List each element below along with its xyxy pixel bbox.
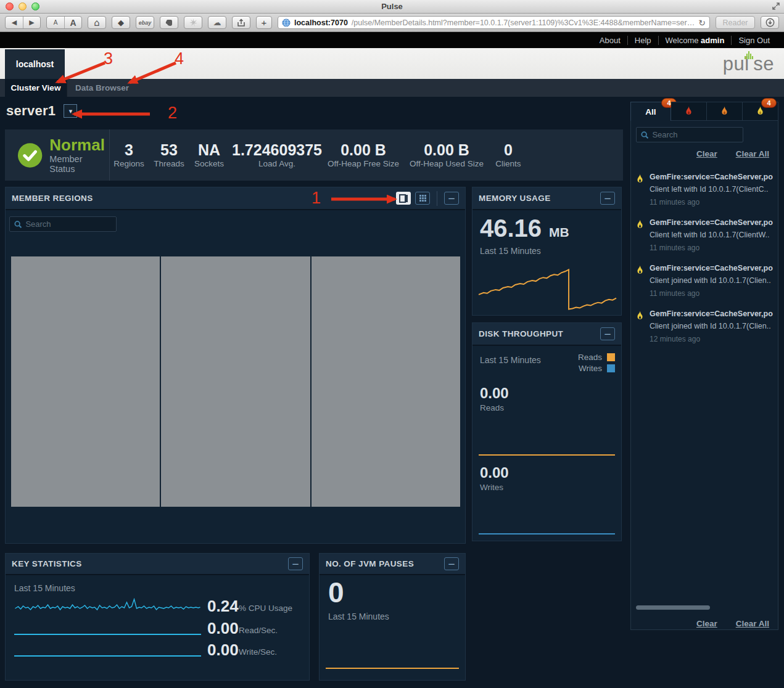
notifications-tab-error[interactable] xyxy=(707,102,743,121)
member-regions-collapse-button[interactable]: − xyxy=(444,192,459,205)
notifications-search[interactable] xyxy=(636,127,743,142)
treemap-view-icon xyxy=(399,194,408,203)
warning-flame-icon xyxy=(636,174,644,184)
key-statistics-title: KEY STATISTICS xyxy=(12,559,82,568)
region-block[interactable] xyxy=(312,256,460,507)
tab-cluster-view[interactable]: Cluster View xyxy=(5,79,67,97)
help-link[interactable]: Help xyxy=(627,36,658,45)
memory-usage-collapse-button[interactable]: − xyxy=(600,192,615,205)
divider xyxy=(437,191,437,206)
tab-data-browser[interactable]: Data Browser xyxy=(67,79,137,97)
cpu-usage-value: 0.24 xyxy=(207,597,239,616)
page: Pulse ◀ ▶ A A ⌂ ◆ ebay ☁ + xyxy=(0,0,784,688)
stat-offheap-used: 0.00 B Off-Heap Used Size xyxy=(406,142,487,168)
status-check-icon xyxy=(17,142,43,168)
memory-usage-value-row: 46.16 MB xyxy=(480,215,569,242)
key-statistics-collapse-button[interactable]: − xyxy=(288,557,303,570)
treemap-view-button[interactable] xyxy=(396,192,411,205)
logo-equalizer-bars: l xyxy=(745,53,753,75)
notification-item[interactable]: GemFire:service=CacheServer,port=404 Cli… xyxy=(631,215,778,260)
notification-item[interactable]: GemFire:service=CacheServer,port=404 Cli… xyxy=(631,306,778,351)
memory-usage-caption: Last 15 Minutes xyxy=(480,246,541,256)
reload-icon[interactable]: ↻ xyxy=(698,18,706,28)
memory-usage-title: MEMORY USAGE xyxy=(479,194,551,203)
share-icon[interactable] xyxy=(232,16,250,29)
fullscreen-icon[interactable] xyxy=(772,2,780,10)
downloads-button[interactable] xyxy=(761,16,779,29)
about-link[interactable]: About xyxy=(593,36,627,45)
forward-button[interactable]: ▶ xyxy=(23,17,40,28)
warning-flame-icon xyxy=(756,106,764,117)
host-tab-localhost[interactable]: localhost xyxy=(5,49,65,79)
clear-row-top: Clear Clear All xyxy=(696,149,769,158)
browser-toolbar: ◀ ▶ A A ⌂ ◆ ebay ☁ + localhost:7070 /p xyxy=(0,14,784,32)
delicious-icon[interactable]: ◆ xyxy=(112,16,130,29)
search-icon xyxy=(641,131,648,139)
notifications-scrollbar[interactable] xyxy=(636,605,710,610)
window-title: Pulse xyxy=(0,2,784,11)
new-tab-button[interactable]: + xyxy=(256,16,272,29)
back-button[interactable]: ◀ xyxy=(6,17,23,28)
notification-tabs: All 4 4 xyxy=(630,102,778,121)
home-button[interactable]: ⌂ xyxy=(88,16,106,29)
collapse-icon: − xyxy=(604,193,612,204)
jvm-pauses-line xyxy=(326,668,459,669)
clear-link[interactable]: Clear xyxy=(696,149,717,158)
ebay-icon[interactable]: ebay xyxy=(136,16,154,29)
pinwheel-icon[interactable] xyxy=(184,16,202,29)
member-regions-panel: MEMBER REGIONS xyxy=(5,187,466,544)
notifications-tab-all[interactable]: All 4 xyxy=(630,102,671,121)
key-statistics-panel: KEY STATISTICS − Last 15 Minutes 0.24 % … xyxy=(5,553,310,681)
notifications-search-input[interactable] xyxy=(652,130,738,139)
member-regions-search[interactable] xyxy=(9,216,117,232)
writes-swatch xyxy=(607,364,615,372)
search-icon xyxy=(14,220,22,229)
grid-view-button[interactable] xyxy=(415,192,430,205)
memory-usage-header: MEMORY USAGE − xyxy=(472,187,621,210)
stat-offheap-free: 0.00 B Off-Heap Free Size xyxy=(320,142,406,168)
mac-titlebar: Pulse xyxy=(0,0,784,14)
annotation-number-2: 2 xyxy=(168,104,177,123)
severe-flame-icon xyxy=(685,106,693,117)
disk-reads-line xyxy=(479,454,615,456)
disk-throughput-title: DISK THROUGHPUT xyxy=(479,329,563,338)
notifications-tab-severe[interactable] xyxy=(671,102,707,121)
address-bar[interactable]: localhost:7070 /pulse/MemberDetails.html… xyxy=(278,16,710,29)
clear-link[interactable]: Clear xyxy=(696,619,717,628)
stat-clients: 0 Clients xyxy=(487,142,530,168)
clear-all-link[interactable]: Clear All xyxy=(736,149,769,158)
memory-usage-sparkline xyxy=(477,256,617,315)
reader-button[interactable]: Reader xyxy=(716,16,755,29)
jvm-pauses-collapse-button[interactable]: − xyxy=(444,557,459,570)
member-regions-header: MEMBER REGIONS xyxy=(6,187,465,210)
disk-throughput-caption: Last 15 Minutes xyxy=(480,355,541,365)
member-status-section: Normal Member Status xyxy=(5,129,110,181)
stat-threads: 53 Threads xyxy=(149,142,189,168)
evernote-icon[interactable] xyxy=(160,16,178,29)
sign-out-link[interactable]: Sign Out xyxy=(731,36,777,45)
disk-reads-label: Reads xyxy=(480,403,504,412)
disk-throughput-header: DISK THROUGHPUT − xyxy=(472,323,621,346)
clear-all-link[interactable]: Clear All xyxy=(736,619,769,628)
clear-row-bottom: Clear Clear All xyxy=(696,619,769,628)
warning-flame-icon xyxy=(636,265,644,276)
smaller-text-button[interactable]: A xyxy=(47,17,64,28)
member-status-bar: Normal Member Status 3 Regions 53 Thread… xyxy=(5,129,623,181)
larger-text-button[interactable]: A xyxy=(64,17,81,28)
member-regions-search-input[interactable] xyxy=(25,219,112,229)
notification-item[interactable]: GemFire:service=CacheServer,port=404 Cli… xyxy=(631,260,778,306)
nav-group: ◀ ▶ xyxy=(5,16,41,29)
member-dropdown-button[interactable]: ▾ xyxy=(64,104,77,118)
write-sec-label: Write/Sec. xyxy=(239,647,277,657)
notification-item[interactable]: GemFire:service=CacheServer,port=404 Cli… xyxy=(631,169,778,215)
disk-throughput-collapse-button[interactable]: − xyxy=(600,327,615,340)
warning-flame-icon xyxy=(636,311,644,321)
memory-usage-panel: MEMORY USAGE − 46.16 MB Last 15 Minutes xyxy=(472,187,622,316)
write-sec-line xyxy=(14,655,201,657)
region-block[interactable] xyxy=(11,256,160,507)
member-heading: server1 ▾ xyxy=(6,103,77,119)
stat-regions: 3 Regions xyxy=(109,142,149,168)
notifications-tab-warning[interactable]: 4 xyxy=(743,102,778,121)
region-block[interactable] xyxy=(161,256,310,507)
cloud-icon[interactable]: ☁ xyxy=(208,16,226,29)
